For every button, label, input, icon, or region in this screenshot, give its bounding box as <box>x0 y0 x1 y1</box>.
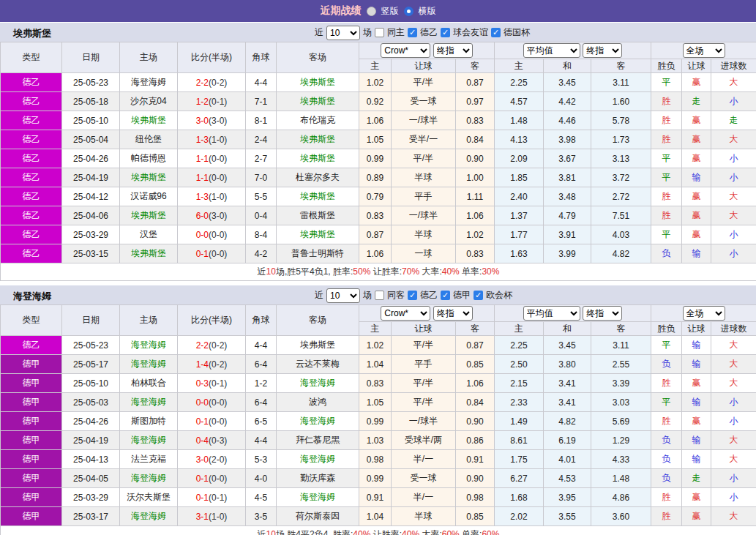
league-checkbox[interactable] <box>474 291 483 300</box>
league-badge: 德甲 <box>1 488 62 507</box>
result-outcome: 胜 <box>651 507 682 526</box>
avg-draw: 3.67 <box>544 149 591 168</box>
odds-handicap: 平/半 <box>392 393 456 412</box>
league-checkbox[interactable] <box>491 28 501 37</box>
average-select[interactable]: 平均值 <box>523 43 580 58</box>
match-row: 德乙25-04-06埃弗斯堡6-0(3-0)0-4雷根斯堡0.83一/球半1.0… <box>1 206 756 225</box>
odds-handicap: 一/球半 <box>392 412 456 431</box>
avg-home: 1.49 <box>495 412 544 431</box>
avg-stage-select[interactable]: 终指 <box>583 43 622 58</box>
avg-away: 3.13 <box>591 149 651 168</box>
col-odds-home: 主 <box>359 59 392 73</box>
away-team: 雷根斯堡 <box>277 206 359 225</box>
result-outcome: 胜 <box>651 187 682 206</box>
match-date: 25-04-26 <box>62 412 120 431</box>
avg-away: 2.72 <box>591 187 651 206</box>
result-outcome: 胜 <box>651 92 682 111</box>
avg-away: 3.11 <box>591 73 651 92</box>
result-outcome: 负 <box>651 355 682 374</box>
result-outcome: 胜 <box>651 130 682 149</box>
col-score: 比分(半场) <box>178 305 246 336</box>
bookmaker-group: Crow* 终指 <box>359 305 495 322</box>
scope-select[interactable]: 全场 <box>683 306 725 321</box>
match-date: 25-05-23 <box>62 336 120 355</box>
away-team: 埃弗斯堡 <box>277 130 359 149</box>
odds-handicap: 半球 <box>392 168 456 187</box>
score: 2-2(0-2) <box>178 336 246 355</box>
games-count-select[interactable]: 10 <box>326 288 360 303</box>
games-count-select[interactable]: 10 <box>326 26 360 40</box>
match-date: 25-04-06 <box>62 206 120 225</box>
avg-draw: 3.45 <box>544 336 591 355</box>
avg-stage-select[interactable]: 终指 <box>583 306 622 321</box>
same-venue-checkbox[interactable] <box>375 291 384 300</box>
match-row: 德乙25-05-04纽伦堡1-3(1-0)2-4埃弗斯堡1.05受半/一0.84… <box>1 130 756 149</box>
radio-horizontal-layout[interactable] <box>404 7 413 16</box>
average-select[interactable]: 平均值 <box>523 306 580 321</box>
league-checkbox[interactable] <box>441 291 450 300</box>
avg-draw: 3.98 <box>544 130 591 149</box>
avg-draw: 3.41 <box>544 393 591 412</box>
avg-home: 1.63 <box>495 244 544 263</box>
score: 6-0(3-0) <box>178 206 246 225</box>
away-team: 海登海姆 <box>277 488 359 507</box>
odds-stage-select[interactable]: 终指 <box>433 43 473 58</box>
odds-away: 0.97 <box>456 92 495 111</box>
home-team: 埃弗斯堡 <box>120 111 178 130</box>
same-venue-checkbox[interactable] <box>375 28 384 37</box>
avg-away: 1.73 <box>591 130 651 149</box>
league-checkbox[interactable] <box>408 28 417 37</box>
league-checkbox[interactable] <box>408 291 417 300</box>
bookmaker-select[interactable]: Crow* <box>381 306 430 321</box>
match-date: 25-04-13 <box>62 450 120 469</box>
col-odds-home: 主 <box>359 322 392 336</box>
result-handicap: 赢 <box>682 111 711 130</box>
odds-away: 0.84 <box>456 130 495 149</box>
home-team: 海登海姆 <box>120 507 178 526</box>
score: 0-0(0-0) <box>178 225 246 244</box>
scope-select[interactable]: 全场 <box>683 43 725 58</box>
odds-away: 0.86 <box>456 431 495 450</box>
avg-home: 8.61 <box>495 431 544 450</box>
home-team: 埃弗斯堡 <box>120 168 178 187</box>
radio-vertical-label[interactable]: 竖版 <box>381 5 399 18</box>
league-badge: 德甲 <box>1 374 62 393</box>
result-handicap: 输 <box>682 450 711 469</box>
corners: 2-7 <box>246 149 277 168</box>
league-checkbox-label: 欧会杯 <box>486 289 512 302</box>
result-handicap: 赢 <box>682 225 711 244</box>
result-outcome: 平 <box>651 168 682 187</box>
odds-stage-select[interactable]: 终指 <box>433 306 473 321</box>
radio-vertical-layout[interactable] <box>367 7 376 16</box>
col-avg-home: 主 <box>495 322 544 336</box>
match-date: 25-05-17 <box>62 355 120 374</box>
result-goals: 大 <box>711 206 756 225</box>
radio-horizontal-label[interactable]: 横版 <box>419 5 436 18</box>
match-row: 德乙25-03-15埃弗斯堡0-1(0-0)4-2普鲁士明斯特1.06一球0.8… <box>1 244 756 263</box>
league-badge: 德乙 <box>1 225 62 244</box>
odds-away: 0.90 <box>456 412 495 431</box>
away-team: 埃弗斯堡 <box>277 149 359 168</box>
record-summary: 近10场,胜5平4负1, 胜率:50% 让胜率:70% 大率:40% 单率:30… <box>1 263 756 281</box>
col-odds-away: 客 <box>456 59 495 73</box>
avg-away: 3.11 <box>591 336 651 355</box>
avg-draw: 3.41 <box>544 374 591 393</box>
league-badge: 德乙 <box>1 130 62 149</box>
odds-away: 0.87 <box>456 336 495 355</box>
match-row: 德乙25-05-10埃弗斯堡3-0(3-0)8-1布伦瑞克1.06一/球半0.8… <box>1 111 756 130</box>
match-row: 德甲25-03-29沃尔夫斯堡0-1(0-1)4-5海登海姆0.91半/一0.9… <box>1 488 756 507</box>
odds-home: 1.03 <box>359 431 392 450</box>
league-badge: 德乙 <box>1 73 62 92</box>
league-badge: 德甲 <box>1 412 62 431</box>
away-team: 埃弗斯堡 <box>277 225 359 244</box>
bookmaker-select[interactable]: Crow* <box>381 43 430 58</box>
odds-handicap: 平/半 <box>392 374 456 393</box>
avg-home: 2.25 <box>495 336 544 355</box>
league-checkbox[interactable] <box>441 28 450 37</box>
corners: 8-1 <box>246 111 277 130</box>
corners: 5-3 <box>246 450 277 469</box>
section-header: 海登海姆 近 10 场 同客 德乙 德甲 欧会杯 <box>0 285 756 304</box>
odds-away: 1.06 <box>456 374 495 393</box>
home-team: 海登海姆 <box>120 431 178 450</box>
team-name: 海登海姆 <box>13 290 51 303</box>
